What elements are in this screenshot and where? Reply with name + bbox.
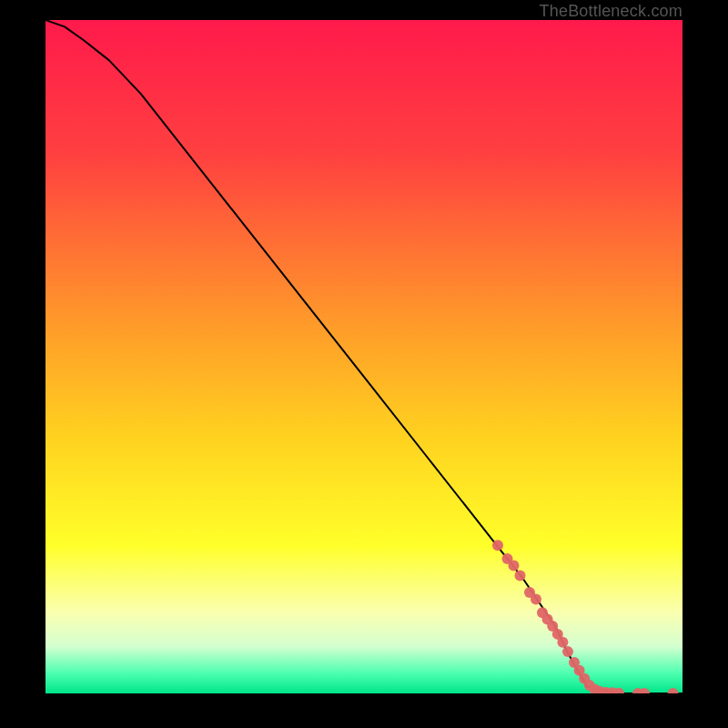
gradient-rect — [46, 20, 682, 693]
data-point — [509, 560, 520, 571]
watermark-text: TheBottleneck.com — [540, 2, 682, 21]
data-point — [562, 646, 573, 657]
data-point — [492, 540, 503, 551]
data-point — [531, 593, 541, 604]
data-point — [515, 571, 526, 581]
chart-stage: TheBottleneck.com — [0, 0, 728, 728]
plot-area — [46, 20, 682, 693]
data-point — [557, 637, 568, 648]
chart-svg — [46, 20, 682, 693]
